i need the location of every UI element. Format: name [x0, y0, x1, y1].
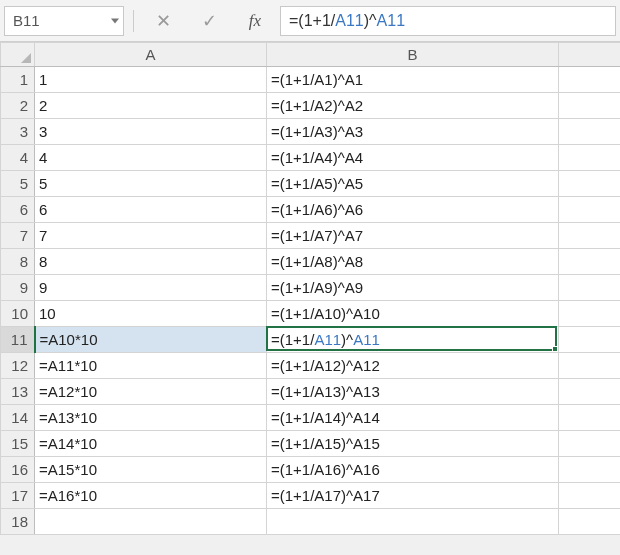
- cell-a[interactable]: 4: [35, 145, 267, 171]
- cell-blank[interactable]: [559, 405, 621, 431]
- table-row: 77=(1+1/A7)^A7: [1, 223, 621, 249]
- table-row: 13=A12*10=(1+1/A13)^A13: [1, 379, 621, 405]
- cell-a[interactable]: =A16*10: [35, 483, 267, 509]
- select-all-corner[interactable]: [1, 43, 35, 67]
- cell-b[interactable]: =(1+1/A13)^A13: [267, 379, 559, 405]
- enter-button[interactable]: ✓: [188, 6, 230, 36]
- table-row: 44=(1+1/A4)^A4: [1, 145, 621, 171]
- cell-b[interactable]: =(1+1/A7)^A7: [267, 223, 559, 249]
- row-header[interactable]: 17: [1, 483, 35, 509]
- table-row: 55=(1+1/A5)^A5: [1, 171, 621, 197]
- row-header[interactable]: 7: [1, 223, 35, 249]
- cell-a[interactable]: =A13*10: [35, 405, 267, 431]
- cell-b[interactable]: =(1+1/A2)^A2: [267, 93, 559, 119]
- cell-blank[interactable]: [559, 509, 621, 535]
- row-header[interactable]: 15: [1, 431, 35, 457]
- cell-b[interactable]: =(1+1/A9)^A9: [267, 275, 559, 301]
- row-header[interactable]: 1: [1, 67, 35, 93]
- cell-a[interactable]: [35, 509, 267, 535]
- cell-a[interactable]: 2: [35, 93, 267, 119]
- cell-a[interactable]: 10: [35, 301, 267, 327]
- table-row: 99=(1+1/A9)^A9: [1, 275, 621, 301]
- column-header-a[interactable]: A: [35, 43, 267, 67]
- formula-bar: B11 ✕ ✓ fx =(1+1/A11)^A11: [0, 0, 620, 42]
- row-header[interactable]: 3: [1, 119, 35, 145]
- cell-blank[interactable]: [559, 93, 621, 119]
- row-header[interactable]: 18: [1, 509, 35, 535]
- cell-a[interactable]: =A12*10: [35, 379, 267, 405]
- table-row: 18: [1, 509, 621, 535]
- cell-a[interactable]: 8: [35, 249, 267, 275]
- cell-a[interactable]: 5: [35, 171, 267, 197]
- cell-blank[interactable]: [559, 353, 621, 379]
- row-header[interactable]: 5: [1, 171, 35, 197]
- cell-b[interactable]: =(1+1/A1)^A1: [267, 67, 559, 93]
- chevron-down-icon[interactable]: [111, 18, 119, 23]
- cell-b[interactable]: =(1+1/A15)^A15: [267, 431, 559, 457]
- cell-blank[interactable]: [559, 249, 621, 275]
- cell-a[interactable]: =A15*10: [35, 457, 267, 483]
- cell-blank[interactable]: [559, 171, 621, 197]
- cell-b[interactable]: =(1+1/A11)^A11: [267, 327, 559, 353]
- row-header[interactable]: 6: [1, 197, 35, 223]
- close-icon: ✕: [156, 10, 171, 32]
- formula-input[interactable]: =(1+1/A11)^A11: [280, 6, 616, 36]
- cell-blank[interactable]: [559, 275, 621, 301]
- cell-b[interactable]: =(1+1/A16)^A16: [267, 457, 559, 483]
- row-header[interactable]: 14: [1, 405, 35, 431]
- name-box[interactable]: B11: [4, 6, 124, 36]
- cell-b[interactable]: =(1+1/A6)^A6: [267, 197, 559, 223]
- table-row: 11=A10*10=(1+1/A11)^A11: [1, 327, 621, 353]
- cell-b[interactable]: =(1+1/A8)^A8: [267, 249, 559, 275]
- cell-a[interactable]: 9: [35, 275, 267, 301]
- cell-blank[interactable]: [559, 145, 621, 171]
- table-row: 88=(1+1/A8)^A8: [1, 249, 621, 275]
- table-row: 66=(1+1/A6)^A6: [1, 197, 621, 223]
- cell-a[interactable]: =A10*10: [35, 327, 267, 353]
- cell-b[interactable]: =(1+1/A3)^A3: [267, 119, 559, 145]
- cell-blank[interactable]: [559, 119, 621, 145]
- column-header-b[interactable]: B: [267, 43, 559, 67]
- row-header[interactable]: 2: [1, 93, 35, 119]
- table-row: 22=(1+1/A2)^A2: [1, 93, 621, 119]
- row-header[interactable]: 10: [1, 301, 35, 327]
- cell-b[interactable]: =(1+1/A14)^A14: [267, 405, 559, 431]
- cell-a[interactable]: 3: [35, 119, 267, 145]
- cell-a[interactable]: 6: [35, 197, 267, 223]
- row-header[interactable]: 4: [1, 145, 35, 171]
- cell-a[interactable]: =A14*10: [35, 431, 267, 457]
- table-row: 16=A15*10=(1+1/A16)^A16: [1, 457, 621, 483]
- row-header[interactable]: 12: [1, 353, 35, 379]
- cell-blank[interactable]: [559, 379, 621, 405]
- cancel-button[interactable]: ✕: [142, 6, 184, 36]
- cell-b[interactable]: [267, 509, 559, 535]
- table-row: 11=(1+1/A1)^A1: [1, 67, 621, 93]
- cell-blank[interactable]: [559, 457, 621, 483]
- cell-blank[interactable]: [559, 197, 621, 223]
- insert-function-button[interactable]: fx: [234, 6, 276, 36]
- cell-blank[interactable]: [559, 223, 621, 249]
- cell-a[interactable]: =A11*10: [35, 353, 267, 379]
- table-row: 1010=(1+1/A10)^A10: [1, 301, 621, 327]
- cell-blank[interactable]: [559, 483, 621, 509]
- row-header[interactable]: 11: [1, 327, 35, 353]
- cell-blank[interactable]: [559, 327, 621, 353]
- cell-blank[interactable]: [559, 67, 621, 93]
- table-row: 33=(1+1/A3)^A3: [1, 119, 621, 145]
- cell-b[interactable]: =(1+1/A12)^A12: [267, 353, 559, 379]
- cell-blank[interactable]: [559, 431, 621, 457]
- formula-text: =(1+1/A11)^A11: [289, 12, 405, 30]
- row-header[interactable]: 9: [1, 275, 35, 301]
- cell-a[interactable]: 1: [35, 67, 267, 93]
- table-row: 15=A14*10=(1+1/A15)^A15: [1, 431, 621, 457]
- row-header[interactable]: 13: [1, 379, 35, 405]
- cell-b[interactable]: =(1+1/A4)^A4: [267, 145, 559, 171]
- row-header[interactable]: 16: [1, 457, 35, 483]
- row-header[interactable]: 8: [1, 249, 35, 275]
- cell-a[interactable]: 7: [35, 223, 267, 249]
- cell-blank[interactable]: [559, 301, 621, 327]
- cell-b[interactable]: =(1+1/A5)^A5: [267, 171, 559, 197]
- cell-b[interactable]: =(1+1/A10)^A10: [267, 301, 559, 327]
- cell-b[interactable]: =(1+1/A17)^A17: [267, 483, 559, 509]
- column-header-blank[interactable]: [559, 43, 621, 67]
